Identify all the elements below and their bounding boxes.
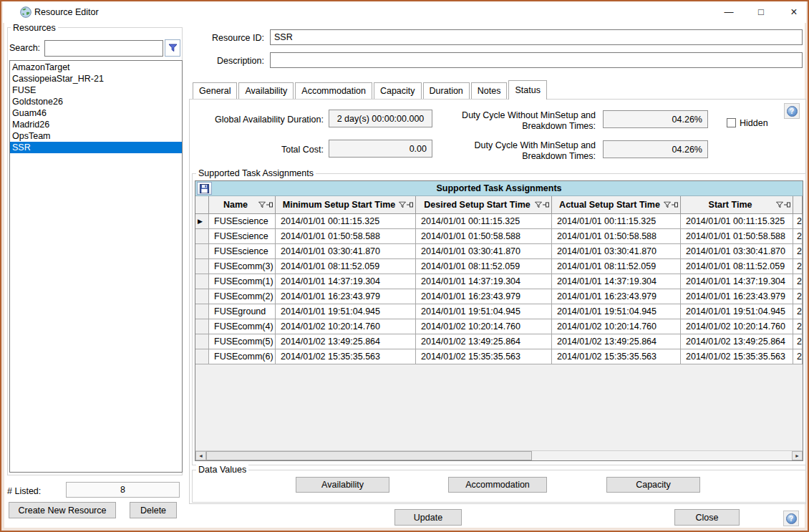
cell-next-col-clipped[interactable]: 20: [793, 274, 803, 289]
help-button-top[interactable]: ?: [784, 103, 800, 119]
row-selector[interactable]: [195, 229, 209, 244]
accommodation-button[interactable]: Accommodation: [448, 477, 547, 493]
list-item[interactable]: Guam46: [10, 107, 182, 119]
cell-minimum-setup-start-time[interactable]: 2014/01/01 19:51:04.945: [276, 304, 416, 319]
hidden-checkbox[interactable]: [727, 118, 736, 127]
cell-desired-setup-start-time[interactable]: 2014/01/01 01:50:58.588: [416, 229, 552, 244]
list-item[interactable]: AmazonTarget: [10, 62, 182, 73]
cell-actual-setup-start-time[interactable]: 2014/01/01 14:37:19.304: [552, 274, 681, 289]
cell-minimum-setup-start-time[interactable]: 2014/01/02 10:20:14.760: [276, 319, 416, 334]
column-header-minimum-setup-start-time[interactable]: Minimum Setup Start Time: [276, 196, 416, 214]
tab-duration[interactable]: Duration: [423, 82, 470, 99]
cell-name[interactable]: FUSEcomm(4): [209, 319, 276, 334]
cell-next-col-clipped[interactable]: 20: [793, 229, 803, 244]
resource-list[interactable]: AmazonTargetCassiopeiaStar_HR-21FUSEGold…: [9, 60, 183, 473]
list-item[interactable]: Madrid26: [10, 119, 182, 130]
list-item[interactable]: Goldstone26: [10, 96, 182, 107]
filter-icon[interactable]: [664, 202, 671, 208]
column-header-name[interactable]: Name: [209, 196, 276, 214]
cell-next-col-clipped[interactable]: 20: [793, 349, 803, 364]
cell-minimum-setup-start-time[interactable]: 2014/01/01 14:37:19.304: [276, 274, 416, 289]
table-row[interactable]: FUSEcomm(6)2014/01/02 15:35:35.5632014/0…: [195, 349, 803, 364]
cell-desired-setup-start-time[interactable]: 2014/01/01 08:11:52.059: [416, 259, 552, 274]
pin-icon[interactable]: [672, 202, 679, 208]
cell-name[interactable]: FUSEcomm(5): [209, 334, 276, 349]
list-item[interactable]: SSR: [10, 142, 182, 153]
cell-minimum-setup-start-time[interactable]: 2014/01/01 16:23:43.979: [276, 289, 416, 304]
cell-name[interactable]: FUSEcomm(1): [209, 274, 276, 289]
cell-desired-setup-start-time[interactable]: 2014/01/02 13:49:25.864: [416, 334, 552, 349]
row-selector[interactable]: [195, 349, 209, 364]
pin-icon[interactable]: [266, 202, 273, 208]
column-header-start-time[interactable]: Start Time: [681, 196, 793, 214]
list-item[interactable]: CassiopeiaStar_HR-21: [10, 73, 182, 84]
table-row[interactable]: FUSEcomm(2)2014/01/01 16:23:43.9792014/0…: [195, 289, 803, 304]
cell-name[interactable]: FUSEscience: [209, 229, 276, 244]
cell-actual-setup-start-time[interactable]: 2014/01/01 19:51:04.945: [552, 304, 681, 319]
cell-minimum-setup-start-time[interactable]: 2014/01/01 01:50:58.588: [276, 229, 416, 244]
tab-availability[interactable]: Availability: [238, 82, 294, 99]
cell-next-col-clipped[interactable]: 20: [793, 304, 803, 319]
row-selector[interactable]: [195, 259, 209, 274]
cell-desired-setup-start-time[interactable]: 2014/01/01 19:51:04.945: [416, 304, 552, 319]
column-header-desired-setup-start-time[interactable]: Desired Setup Start Time: [416, 196, 552, 214]
description-input[interactable]: [270, 52, 803, 68]
cell-minimum-setup-start-time[interactable]: 2014/01/02 15:35:35.563: [276, 349, 416, 364]
scrollbar-thumb[interactable]: [206, 451, 532, 460]
row-selector[interactable]: [195, 289, 209, 304]
cell-next-col-clipped[interactable]: 20: [793, 289, 803, 304]
table-row[interactable]: FUSEscience2014/01/01 01:50:58.5882014/0…: [195, 229, 803, 244]
close-button[interactable]: Close: [674, 509, 740, 526]
table-row[interactable]: FUSEcomm(4)2014/01/02 10:20:14.7602014/0…: [195, 319, 803, 334]
availability-button[interactable]: Availability: [296, 477, 389, 493]
filter-icon[interactable]: [535, 202, 542, 208]
cell-minimum-setup-start-time[interactable]: 2014/01/01 03:30:41.870: [276, 244, 416, 259]
cell-minimum-setup-start-time[interactable]: 2014/01/01 08:11:52.059: [276, 259, 416, 274]
cell-start-time[interactable]: 2014/01/02 15:35:35.563: [681, 349, 793, 364]
pin-icon[interactable]: [784, 202, 791, 208]
scroll-left-icon[interactable]: ◄: [195, 451, 206, 460]
delete-button[interactable]: Delete: [130, 502, 177, 518]
cell-desired-setup-start-time[interactable]: 2014/01/02 10:20:14.760: [416, 319, 552, 334]
table-row[interactable]: FUSEcomm(1)2014/01/01 14:37:19.3042014/0…: [195, 274, 803, 289]
close-window-button[interactable]: ×: [779, 1, 809, 22]
row-selector[interactable]: [195, 274, 209, 289]
cell-next-col-clipped[interactable]: 20: [793, 334, 803, 349]
tab-notes[interactable]: Notes: [471, 82, 508, 99]
update-button[interactable]: Update: [394, 509, 462, 526]
cell-actual-setup-start-time[interactable]: 2014/01/02 15:35:35.563: [552, 349, 681, 364]
cell-actual-setup-start-time[interactable]: 2014/01/01 00:11:15.325: [552, 214, 681, 229]
filter-icon[interactable]: [258, 202, 266, 208]
cell-minimum-setup-start-time[interactable]: 2014/01/01 00:11:15.325: [276, 214, 416, 229]
cell-desired-setup-start-time[interactable]: 2014/01/01 16:23:43.979: [416, 289, 552, 304]
resource-id-input[interactable]: [270, 29, 803, 45]
save-grid-button[interactable]: [197, 182, 212, 195]
capacity-button[interactable]: Capacity: [606, 477, 700, 493]
tab-accommodation[interactable]: Accommodation: [295, 82, 372, 99]
cell-start-time[interactable]: 2014/01/01 08:11:52.059: [681, 259, 793, 274]
row-selector[interactable]: [195, 244, 209, 259]
tab-general[interactable]: General: [193, 82, 237, 99]
tab-capacity[interactable]: Capacity: [374, 82, 422, 99]
cell-start-time[interactable]: 2014/01/01 14:37:19.304: [681, 274, 793, 289]
cell-desired-setup-start-time[interactable]: 2014/01/02 15:35:35.563: [416, 349, 552, 364]
pin-icon[interactable]: [543, 202, 550, 208]
cell-actual-setup-start-time[interactable]: 2014/01/01 03:30:41.870: [552, 244, 681, 259]
search-input[interactable]: [44, 40, 163, 57]
filter-icon[interactable]: [776, 202, 783, 208]
cell-next-col-clipped[interactable]: 20: [793, 259, 803, 274]
table-row[interactable]: FUSEcomm(5)2014/01/02 13:49:25.8642014/0…: [195, 334, 803, 349]
cell-start-time[interactable]: 2014/01/01 01:50:58.588: [681, 229, 793, 244]
help-button-bottom[interactable]: ?: [783, 511, 799, 526]
cell-actual-setup-start-time[interactable]: 2014/01/02 13:49:25.864: [552, 334, 681, 349]
cell-name[interactable]: FUSEcomm(6): [209, 349, 276, 364]
cell-actual-setup-start-time[interactable]: 2014/01/01 08:11:52.059: [552, 259, 681, 274]
filter-icon[interactable]: [399, 202, 406, 208]
cell-start-time[interactable]: 2014/01/01 16:23:43.979: [681, 289, 793, 304]
row-selector[interactable]: [195, 304, 209, 319]
cell-desired-setup-start-time[interactable]: 2014/01/01 03:30:41.870: [416, 244, 552, 259]
cell-desired-setup-start-time[interactable]: 2014/01/01 14:37:19.304: [416, 274, 552, 289]
cell-name[interactable]: FUSEcomm(3): [209, 259, 276, 274]
create-new-resource-button[interactable]: Create New Resource: [9, 502, 116, 518]
cell-start-time[interactable]: 2014/01/02 13:49:25.864: [681, 334, 793, 349]
